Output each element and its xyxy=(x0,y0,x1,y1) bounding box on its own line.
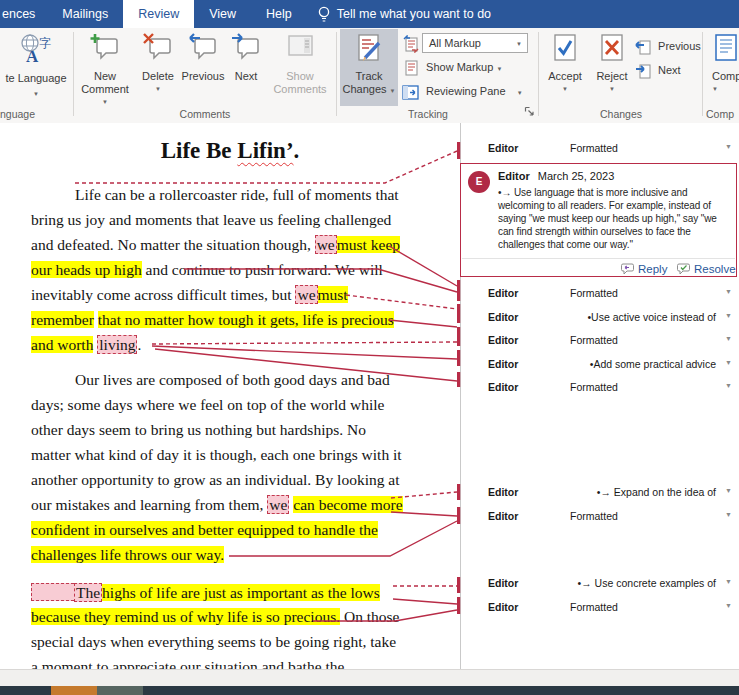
tab-help[interactable]: Help xyxy=(251,0,307,28)
markup-row-dropdown-arrow[interactable]: ▼ xyxy=(725,359,732,366)
highlight-run[interactable]: must keep xyxy=(337,236,400,253)
markup-row-author: Editor xyxy=(488,510,518,522)
highlight-run[interactable]: remember xyxy=(31,311,94,328)
resolve-icon xyxy=(677,263,690,275)
insertion-run[interactable]: The xyxy=(74,583,102,602)
highlight-run[interactable]: must xyxy=(318,286,348,303)
markup-row-dropdown-arrow[interactable]: ▼ xyxy=(725,487,732,494)
previous-comment-label: Previous xyxy=(182,70,225,82)
comment-body: •→ Use language that is more inclusive a… xyxy=(498,186,734,251)
highlight-run[interactable]: challenges life throws our way. xyxy=(31,546,224,563)
language-dropdown-arrow: ▼ xyxy=(0,88,78,101)
markup-row-description: •Add some practical advice xyxy=(590,358,716,370)
highlight-run[interactable]: that no matter how tough it gets, life i… xyxy=(98,311,394,328)
markup-row[interactable]: EditorFormatted▼ xyxy=(460,142,738,159)
previous-comment-icon xyxy=(188,33,218,63)
taskbar[interactable] xyxy=(0,686,739,695)
language-button[interactable]: A 字 te Language ▼ xyxy=(0,29,72,105)
markup-row-dropdown-arrow[interactable]: ▼ xyxy=(725,602,732,609)
show-markup-label: Show Markup xyxy=(426,61,493,73)
markup-row[interactable]: EditorFormatted▼ xyxy=(460,510,738,527)
highlight-run[interactable]: our heads up high xyxy=(31,261,142,278)
resolve-button[interactable]: Resolve xyxy=(677,263,736,275)
reject-dropdown-arrow: ▼ xyxy=(584,83,640,96)
tab-mailings[interactable]: Mailings xyxy=(47,0,123,28)
insertion-run[interactable]: we xyxy=(267,495,289,514)
markup-row-dropdown-arrow[interactable]: ▼ xyxy=(725,288,732,295)
markup-row[interactable]: Editor•Use active voice instead of▼ xyxy=(460,311,738,328)
tab-ences[interactable]: ences xyxy=(0,0,47,28)
highlight-run[interactable]: and worth xyxy=(31,336,93,353)
markup-row[interactable]: Editor•Add some practical advice▼ xyxy=(460,358,738,375)
language-group-label: nguage xyxy=(0,107,42,121)
document-line: confident in ourselves and better equipp… xyxy=(31,521,378,543)
insertion-block[interactable] xyxy=(31,583,74,601)
markup-row[interactable]: EditorFormatted▼ xyxy=(460,601,738,618)
markup-row-description: Formatted xyxy=(570,601,618,613)
markup-row[interactable]: EditorFormatted▼ xyxy=(460,381,738,398)
markup-row-author: Editor xyxy=(488,358,518,370)
comment-card[interactable]: E Editor March 25, 2023 •→ Use language … xyxy=(460,163,737,277)
markup-row-dropdown-arrow[interactable]: ▼ xyxy=(725,312,732,319)
previous-comment-button[interactable]: Previous xyxy=(181,29,225,105)
markup-row[interactable]: Editor•→ Expand on the idea of▼ xyxy=(460,486,738,503)
markup-row-author: Editor xyxy=(488,287,518,299)
comment-author: Editor xyxy=(498,170,530,182)
tell-me-box[interactable]: Tell me what you want to do xyxy=(317,0,491,28)
next-comment-button[interactable]: Next xyxy=(227,29,265,105)
markup-row[interactable]: EditorFormatted▼ xyxy=(460,287,738,304)
compare-button[interactable]: Comp ▼ xyxy=(706,29,739,105)
new-comment-button[interactable]: New Comment ▼ xyxy=(77,29,133,105)
highlight-run[interactable]: confident in ourselves and better equipp… xyxy=(31,521,378,538)
insertion-run[interactable]: we xyxy=(315,235,337,254)
markup-row[interactable]: Editor•→ Use concrete examples of▼ xyxy=(460,577,738,594)
taskbar-segment-sage xyxy=(97,686,143,695)
highlight-run[interactable]: highs of life are just as important as t… xyxy=(102,584,380,601)
track-changes-label: Track Changes xyxy=(342,70,386,95)
highlight-run[interactable]: can become more xyxy=(293,496,402,513)
reject-button[interactable]: Reject ▼ xyxy=(590,29,634,105)
misspelled-word: Lifin’ xyxy=(237,138,293,163)
reject-label: Reject xyxy=(596,70,627,82)
markup-row-dropdown-arrow[interactable]: ▼ xyxy=(725,578,732,585)
tab-review[interactable]: Review xyxy=(123,0,194,28)
markup-row-dropdown-arrow[interactable]: ▼ xyxy=(725,382,732,389)
previous-change-button[interactable]: Previous xyxy=(634,36,701,56)
tracking-dialog-launcher[interactable] xyxy=(524,106,535,117)
reply-button[interactable]: Reply xyxy=(621,263,667,275)
insertion-run[interactable]: we xyxy=(295,285,317,304)
combo-dropdown-arrow: ▼ xyxy=(516,35,522,53)
show-markup-button[interactable]: Show Markup ▼ xyxy=(404,57,502,77)
insertion-run[interactable]: living xyxy=(97,335,137,354)
comment-body-line: can find strength within ourselves to fa… xyxy=(498,225,734,238)
word-review-window: { "colors": { "tab_blue": "#2b579a", "re… xyxy=(0,0,739,695)
text-run: bring us joy and moments that leave us f… xyxy=(31,211,391,228)
next-change-button[interactable]: Next xyxy=(634,60,681,80)
markup-row-dropdown-arrow[interactable]: ▼ xyxy=(725,335,732,342)
text-run: and defeated. No matter the situation th… xyxy=(31,236,315,253)
next-change-label: Next xyxy=(658,64,681,76)
accept-button[interactable]: Accept ▼ xyxy=(542,29,588,105)
reviewing-pane-button[interactable]: Reviewing Pane ▼ xyxy=(402,81,523,101)
document-line: Life can be a rollercoaster ride, full o… xyxy=(31,186,399,208)
text-run: inevitably come across difficult times, … xyxy=(31,286,295,303)
document-line: a moment to appreciate our situation and… xyxy=(31,658,344,669)
markup-row-dropdown-arrow[interactable]: ▼ xyxy=(725,143,732,150)
next-comment-label: Next xyxy=(235,70,258,82)
svg-text:字: 字 xyxy=(39,36,51,50)
delete-comment-button[interactable]: Delete ▼ xyxy=(135,29,181,105)
document-line: days; some days where we feel on top of … xyxy=(31,396,384,418)
display-for-review-select[interactable]: All Markup ▼ xyxy=(422,33,528,53)
markup-row-description: Formatted xyxy=(570,334,618,346)
track-changes-button[interactable]: Track Changes ▼ xyxy=(340,29,398,106)
tab-view[interactable]: View xyxy=(194,0,251,28)
markup-row-description: •Use active voice instead of xyxy=(587,311,716,323)
document-line: matter what kind of day it is though, ea… xyxy=(31,446,402,468)
markup-row-dropdown-arrow[interactable]: ▼ xyxy=(725,511,732,518)
text-run: . xyxy=(137,336,141,353)
document-line: and defeated. No matter the situation th… xyxy=(31,236,400,258)
highlight-run[interactable]: because they remind us of why life is so… xyxy=(31,608,340,625)
markup-row[interactable]: EditorFormatted▼ xyxy=(460,334,738,351)
text-run: On those xyxy=(340,608,399,625)
text-run: another opportunity to grow as an indivi… xyxy=(31,471,400,488)
